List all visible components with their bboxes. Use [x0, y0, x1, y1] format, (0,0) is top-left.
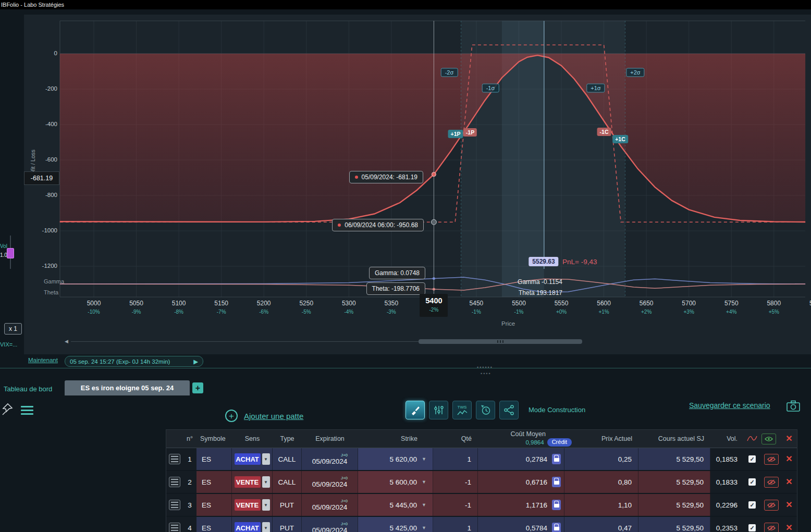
strike-chip[interactable]: -1P	[463, 128, 477, 137]
leg-qty[interactable]: -1	[433, 471, 478, 493]
plus-circle-icon[interactable]: +	[225, 410, 238, 422]
strike-chip[interactable]: +1C	[612, 135, 628, 143]
current-pnl-label: PnL= -9,43	[562, 258, 597, 266]
row-drag-handle[interactable]	[169, 500, 180, 510]
x-axis-tick: 5100-8%	[158, 300, 200, 315]
leg-checkbox[interactable]: ✓	[748, 501, 756, 509]
sens-select[interactable]: ACHAT	[235, 522, 261, 532]
add-tab-button[interactable]: +	[192, 382, 203, 393]
strike-field[interactable]: 5 425,00▼	[358, 517, 433, 532]
x-axis-tick: 5650+2%	[625, 300, 667, 315]
leg-symbol: ES	[196, 517, 232, 532]
chart-toolbar: TWS	[405, 401, 519, 419]
strike-caret[interactable]: ▼	[422, 479, 426, 485]
legs-table: n° Symbole Sens Type Expiration Strike Q…	[166, 429, 797, 532]
sliders-icon	[433, 404, 445, 416]
leg-qty[interactable]: -1	[433, 494, 478, 516]
strike-chip[interactable]: -1C	[597, 128, 611, 136]
sens-select[interactable]: ACHAT	[235, 453, 261, 465]
line-chart-icon	[457, 410, 468, 416]
sens-dropdown-caret[interactable]: ▼	[262, 476, 270, 488]
x-axis-tick: 5050-9%	[116, 300, 157, 315]
crosshair-curve-marker[interactable]	[432, 172, 436, 177]
play-icon[interactable]: ▶	[193, 358, 198, 365]
lock-icon[interactable]	[552, 523, 561, 532]
lock-icon[interactable]	[552, 477, 561, 487]
hide-leg-icon[interactable]	[764, 523, 779, 532]
add-leg-link[interactable]: Ajouter une patte	[244, 412, 303, 420]
leg-qty[interactable]: 1	[433, 448, 478, 470]
tab-active-strategy[interactable]: ES es iron eloigne 05 sep. 24	[65, 380, 190, 395]
strike-field[interactable]: 5 600,00▼	[358, 471, 433, 493]
sens-select[interactable]: VENTE	[235, 499, 261, 511]
panel-resize-handle[interactable]: ••••	[481, 371, 491, 376]
row-drag-handle[interactable]	[169, 523, 180, 532]
leg-number: 3	[183, 494, 196, 516]
leg-expiration[interactable]: J+005/09/2024	[302, 471, 358, 493]
col-plot-toggle[interactable]	[743, 435, 761, 443]
hide-leg-icon[interactable]	[764, 454, 779, 465]
sens-dropdown-caret[interactable]: ▼	[262, 499, 270, 511]
menu-icon[interactable]	[21, 406, 33, 417]
sens-dropdown-caret[interactable]: ▼	[262, 453, 270, 465]
delete-all-icon[interactable]: ✕	[785, 434, 792, 443]
tab-dashboard[interactable]: Tableau de bord	[4, 385, 52, 393]
strike-caret[interactable]: ▼	[422, 525, 426, 530]
adjust-legs-button[interactable]	[429, 401, 448, 419]
col-strike: Strike	[358, 435, 433, 442]
col-delete[interactable]: ✕	[781, 435, 797, 443]
leg-vol: 0,2296	[710, 494, 743, 516]
share-strategy-button[interactable]	[499, 401, 519, 419]
sens-select[interactable]: VENTE	[235, 476, 261, 488]
panel-resize-handle[interactable]: ••••••	[477, 365, 493, 370]
leg-expiration[interactable]: J+005/09/2024	[302, 517, 358, 532]
pin-icon[interactable]	[1, 402, 14, 417]
add-leg[interactable]: + Ajouter une patte	[225, 410, 303, 422]
x-axis-tick: 5000-10%	[73, 300, 115, 315]
delete-leg-button[interactable]: ✕	[785, 455, 792, 463]
timeline-bar[interactable]: 05 sep. 24 15:27 (Exp- 0J 14h 32min) ▶	[65, 356, 203, 367]
delete-leg-button[interactable]: ✕	[785, 478, 792, 486]
avg-cost: 0,2784	[478, 448, 564, 470]
lock-icon[interactable]	[552, 454, 561, 464]
x-axis-tick: 5300-4%	[328, 300, 370, 315]
leg-checkbox[interactable]: ✓	[748, 478, 756, 486]
col-vol: Vol.	[710, 435, 743, 442]
leg-type: PUT	[273, 517, 302, 532]
sigma-marker: +1σ	[586, 84, 605, 93]
row-drag-handle[interactable]	[169, 477, 180, 487]
sens-dropdown-caret[interactable]: ▼	[262, 522, 270, 532]
show-all-eye-icon[interactable]	[761, 434, 776, 444]
leg-checkbox[interactable]: ✓	[748, 455, 756, 463]
leg-expiration[interactable]: J+005/09/2024	[302, 494, 358, 516]
strike-field[interactable]: 5 620,00▼	[358, 448, 433, 470]
draw-mode-button[interactable]	[405, 401, 425, 419]
vol-slider-handle[interactable]	[7, 248, 14, 258]
row-drag-handle[interactable]	[169, 454, 180, 464]
hide-leg-icon[interactable]	[764, 500, 779, 511]
strike-caret[interactable]: ▼	[422, 502, 426, 508]
history-button[interactable]	[476, 401, 495, 419]
expiration-drag-handle[interactable]	[431, 219, 436, 225]
underlying-price: 5 529,50	[638, 448, 710, 470]
leg-expiration[interactable]: J+005/09/2024	[302, 448, 358, 470]
leg-checkbox[interactable]: ✓	[748, 524, 756, 531]
leg-qty[interactable]: 1	[433, 517, 478, 532]
strike-caret[interactable]: ▼	[422, 456, 426, 462]
strike-chip[interactable]: +1P	[448, 130, 463, 138]
save-scenario-link[interactable]: Sauvegarder ce scenario	[689, 401, 770, 410]
hide-leg-icon[interactable]	[764, 477, 779, 488]
now-link[interactable]: Maintenant	[28, 357, 58, 363]
clock-history-icon	[480, 404, 491, 416]
delete-leg-button[interactable]: ✕	[785, 524, 792, 532]
multiplier-button[interactable]: x 1	[4, 323, 22, 335]
camera-icon[interactable]	[786, 400, 801, 412]
scrollbar-thumb[interactable]	[419, 339, 582, 344]
tws-chart-button[interactable]: TWS	[452, 401, 472, 419]
chart-horizontal-scrollbar[interactable]: ◀	[65, 338, 582, 345]
strike-field[interactable]: 5 445,00▼	[358, 494, 433, 516]
scroll-left-arrow[interactable]: ◀	[65, 339, 68, 344]
col-visibility[interactable]	[761, 434, 781, 444]
delete-leg-button[interactable]: ✕	[785, 501, 792, 509]
lock-icon[interactable]	[552, 500, 561, 510]
